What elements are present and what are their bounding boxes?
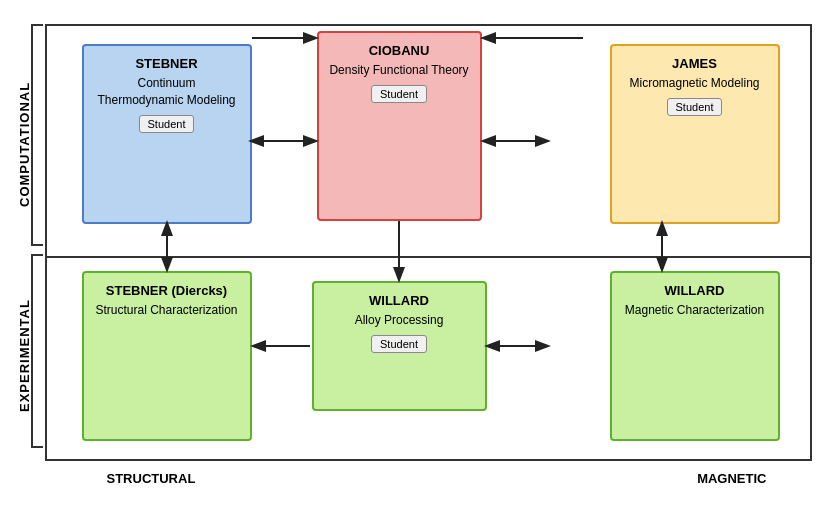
card-willard-center: WILLARD Alloy Processing Student <box>312 281 487 411</box>
label-experimental: EXPERIMENTAL <box>17 266 32 446</box>
ciobanu-title: CIOBANU <box>329 43 470 58</box>
ciobanu-student: Student <box>371 85 427 103</box>
willard-center-student: Student <box>371 335 427 353</box>
james-body: Micromagnetic Modeling <box>622 75 768 92</box>
stebner-exp-title: STEBNER (Diercks) <box>94 283 240 298</box>
main-area: STEBNER Continuum Thermodynamic Modeling… <box>45 24 812 461</box>
card-james: JAMES Micromagnetic Modeling Student <box>610 44 780 224</box>
willard-center-body: Alloy Processing <box>324 312 475 329</box>
label-structural: STRUCTURAL <box>107 471 196 486</box>
james-student: Student <box>667 98 723 116</box>
horizontal-divider <box>47 256 810 258</box>
stebner-comp-student: Student <box>139 115 195 133</box>
label-computational: COMPUTATIONAL <box>17 44 32 244</box>
diagram-wrapper: COMPUTATIONAL EXPERIMENTAL STRUCTURAL MA… <box>17 16 817 496</box>
card-willard-right: WILLARD Magnetic Characterization <box>610 271 780 441</box>
willard-right-body: Magnetic Characterization <box>622 302 768 319</box>
ciobanu-body: Density Functional Theory <box>329 62 470 79</box>
willard-right-title: WILLARD <box>622 283 768 298</box>
label-magnetic: MAGNETIC <box>697 471 766 486</box>
stebner-comp-body: Continuum Thermodynamic Modeling <box>94 75 240 109</box>
bracket-computational <box>31 24 43 246</box>
stebner-exp-body: Structural Characterization <box>94 302 240 319</box>
card-stebner-experimental: STEBNER (Diercks) Structural Characteriz… <box>82 271 252 441</box>
bracket-experimental <box>31 254 43 448</box>
card-ciobanu: CIOBANU Density Functional Theory Studen… <box>317 31 482 221</box>
willard-center-title: WILLARD <box>324 293 475 308</box>
stebner-comp-title: STEBNER <box>94 56 240 71</box>
card-stebner-computational: STEBNER Continuum Thermodynamic Modeling… <box>82 44 252 224</box>
james-title: JAMES <box>622 56 768 71</box>
